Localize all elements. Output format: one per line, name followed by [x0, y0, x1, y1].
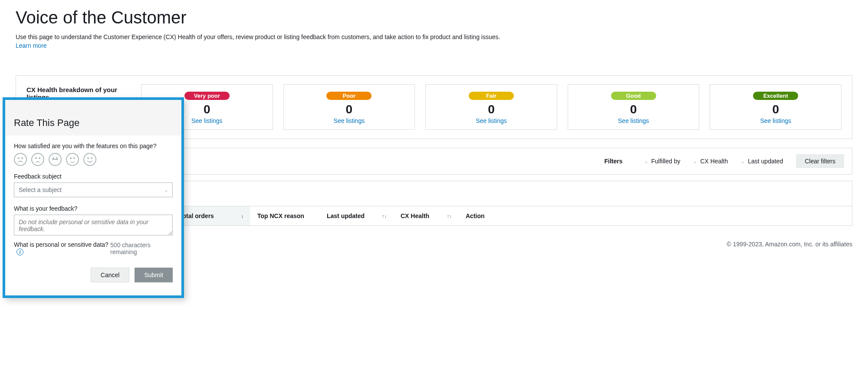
- clear-filters-button[interactable]: Clear filters: [796, 154, 844, 168]
- footer-copyright: © 1999-2023, Amazon.com, Inc. or its aff…: [727, 241, 852, 248]
- page-subtitle: Use this page to understand the Customer…: [16, 33, 852, 40]
- see-listings-link[interactable]: See listings: [334, 117, 365, 124]
- col-action: Action: [459, 206, 498, 225]
- chevron-down-icon: ⌄: [644, 159, 648, 164]
- col-last-updated[interactable]: Last updated↑↓: [320, 206, 394, 225]
- cx-count: 0: [429, 103, 553, 116]
- face-sad-icon[interactable]: [31, 153, 44, 166]
- filters-label: Filters: [604, 158, 622, 165]
- see-listings-link[interactable]: See listings: [618, 117, 649, 124]
- feedback-text-label: What is your feedback?: [14, 205, 173, 212]
- chevron-down-icon: ⌄: [164, 188, 168, 192]
- chevron-down-icon: ⌄: [693, 159, 697, 164]
- cx-pill: Very poor: [184, 92, 230, 100]
- sort-icon: ↑↓: [382, 213, 387, 219]
- sensitive-data-link[interactable]: What is personal or sensitive data? i: [14, 241, 110, 255]
- cx-count: 0: [572, 103, 696, 116]
- feedback-question: How satisfied are you with the features …: [14, 142, 173, 149]
- face-neutral-icon[interactable]: [49, 153, 62, 166]
- sort-icon: ↑↓: [447, 213, 452, 219]
- chars-remaining: 500 characters remaining: [110, 242, 173, 255]
- chevron-down-icon: ⌄: [741, 159, 744, 164]
- cx-card-excellent: Excellent0See listings: [710, 84, 842, 130]
- cx-pill: Poor: [326, 92, 372, 100]
- filter-cx-health[interactable]: ⌄CX Health: [693, 158, 728, 165]
- see-listings-link[interactable]: See listings: [191, 117, 223, 124]
- col-total-orders[interactable]: Total orders↓: [172, 206, 250, 225]
- filter-last-updated[interactable]: ⌄Last updated: [741, 158, 783, 165]
- face-very-happy-icon[interactable]: [83, 153, 96, 166]
- see-listings-link[interactable]: See listings: [476, 117, 507, 124]
- feedback-subject-select[interactable]: Select a subject ⌄: [14, 182, 173, 197]
- feedback-title: Rate This Page: [14, 117, 173, 129]
- cx-card-good: Good0See listings: [568, 84, 700, 130]
- page-title: Voice of the Customer: [16, 8, 852, 27]
- face-happy-icon[interactable]: [66, 153, 79, 166]
- col-top-ncx-reason[interactable]: Top NCX reason: [250, 206, 320, 225]
- cx-count: 0: [713, 103, 838, 116]
- rating-faces: [14, 153, 173, 166]
- cx-pill: Excellent: [753, 92, 798, 100]
- cx-count: 0: [287, 103, 411, 116]
- cx-pill: Good: [611, 92, 656, 100]
- learn-more-link[interactable]: Learn more: [16, 42, 47, 49]
- feedback-textarea[interactable]: [14, 215, 173, 235]
- see-listings-link[interactable]: See listings: [760, 117, 791, 124]
- feedback-subject-label: Feedback subject: [14, 173, 173, 180]
- cx-card-fair: Fair0See listings: [425, 84, 557, 130]
- cx-card-poor: Poor0See listings: [283, 84, 415, 130]
- feedback-panel: Rate This Page How satisfied are you wit…: [3, 97, 184, 265]
- cx-pill: Fair: [469, 92, 514, 100]
- col-cx-health[interactable]: CX Health↑↓: [394, 206, 459, 225]
- face-very-sad-icon[interactable]: [14, 153, 27, 166]
- info-icon: i: [16, 248, 23, 255]
- sort-desc-icon: ↓: [241, 213, 244, 219]
- filter-fulfilled-by[interactable]: ⌄Fulfilled by: [644, 158, 681, 165]
